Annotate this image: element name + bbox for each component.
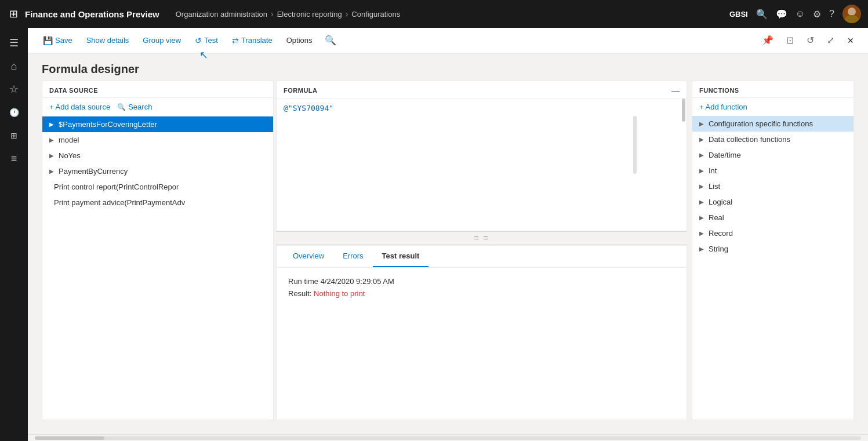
translate-label: Translate xyxy=(241,36,273,45)
ds-item-noyes[interactable]: ▶ NoYes xyxy=(42,148,273,163)
formula-collapse-button[interactable]: — xyxy=(671,86,680,95)
run-time-row: Run time 4/24/2020 9:29:05 AM xyxy=(288,277,675,286)
func-item-real[interactable]: ▶ Real xyxy=(692,210,854,225)
func-name-config: Configuration specific functions xyxy=(709,119,813,128)
formula-scrollbar[interactable] xyxy=(682,99,685,122)
formula-text: @"SYS70894" xyxy=(284,104,333,112)
sidebar-item-workspaces[interactable]: ⊞ xyxy=(3,125,24,146)
formula-header-label: FORMULA xyxy=(284,87,318,94)
breadcrumb-org[interactable]: Organization administration xyxy=(176,10,267,19)
run-time-label: Run time xyxy=(288,277,321,286)
func-chevron-data-collection: ▶ xyxy=(699,136,704,143)
func-item-string[interactable]: ▶ String xyxy=(692,241,854,257)
popout-button[interactable]: ⤢ xyxy=(822,32,839,48)
tab-test-result[interactable]: Test result xyxy=(373,246,429,267)
vertical-drag-handle[interactable] xyxy=(633,116,637,174)
func-item-datetime[interactable]: ▶ Date/time xyxy=(692,147,854,163)
save-button[interactable]: 💾 Save xyxy=(37,30,78,51)
func-item-logical[interactable]: ▶ Logical xyxy=(692,194,854,210)
sidebar-item-home[interactable]: ⌂ xyxy=(3,56,24,76)
toolbar: 💾 Save Show details Group view ↺ Test ↖ … xyxy=(28,28,868,53)
func-chevron-datetime: ▶ xyxy=(699,152,704,158)
ds-item-name-payments: $PaymentsForCoveringLetter xyxy=(59,120,157,129)
result-value: Nothing to print xyxy=(314,289,365,298)
data-source-list: ▶ $PaymentsForCoveringLetter ▶ model ▶ N… xyxy=(42,116,273,420)
test-button[interactable]: ↺ Test ↖ xyxy=(189,30,224,51)
scrollbar-track xyxy=(35,436,861,440)
show-details-button[interactable]: Show details xyxy=(81,30,135,51)
group-view-button[interactable]: Group view xyxy=(137,30,187,51)
breadcrumb: Organization administration › Electronic… xyxy=(176,9,725,19)
ds-item-name-print-payment: Print payment advice(PrintPaymentAdv xyxy=(54,198,185,207)
ds-item-name-currency: PaymentByCurrency xyxy=(59,167,128,176)
refresh-button[interactable]: ↺ xyxy=(802,32,819,48)
expand-button[interactable]: ⊡ xyxy=(782,32,798,48)
ds-chevron-payments: ▶ xyxy=(49,121,54,127)
close-button[interactable]: ✕ xyxy=(842,34,859,48)
content-area: DATA SOURCE + Add data source 🔍 Search ▶… xyxy=(28,81,868,434)
breadcrumb-config[interactable]: Configurations xyxy=(351,10,400,19)
breadcrumb-sep-1: › xyxy=(271,9,274,19)
page-title-bar: Formula designer xyxy=(28,53,868,81)
add-data-source-button[interactable]: + Add data source xyxy=(49,103,110,111)
add-function-button[interactable]: + Add function xyxy=(692,98,854,116)
func-chevron-list: ▶ xyxy=(699,183,704,189)
page-content: 💾 Save Show details Group view ↺ Test ↖ … xyxy=(28,28,868,441)
func-item-int[interactable]: ▶ Int xyxy=(692,163,854,178)
func-chevron-int: ▶ xyxy=(699,167,704,174)
pin-button[interactable]: 📌 xyxy=(757,32,778,48)
ds-item-name-noyes: NoYes xyxy=(59,151,81,160)
ds-item-payments[interactable]: ▶ $PaymentsForCoveringLetter xyxy=(42,116,273,132)
func-item-record[interactable]: ▶ Record xyxy=(692,225,854,241)
data-source-header: DATA SOURCE xyxy=(42,81,273,98)
ds-item-print-control[interactable]: Print control report(PrintControlRepor xyxy=(42,179,273,195)
result-tabs: Overview Errors Test result xyxy=(277,246,687,268)
formula-header: FORMULA — xyxy=(277,81,687,99)
functions-header: FUNCTIONS xyxy=(692,81,854,98)
settings-icon[interactable]: ⚙ xyxy=(813,9,821,20)
search-icon[interactable]: 🔍 xyxy=(756,9,768,20)
func-item-list[interactable]: ▶ List xyxy=(692,178,854,194)
data-source-panel: DATA SOURCE + Add data source 🔍 Search ▶… xyxy=(42,81,274,420)
formula-divider[interactable]: = = xyxy=(276,231,687,245)
functions-panel: FUNCTIONS + Add function ▶ Configuration… xyxy=(692,81,854,420)
waffle-icon[interactable]: ⊞ xyxy=(7,5,20,23)
options-button[interactable]: Options xyxy=(281,30,318,51)
avatar[interactable] xyxy=(842,5,861,23)
message-icon[interactable]: 💬 xyxy=(776,9,787,20)
drag-handle-icon: = = xyxy=(474,234,489,243)
sidebar-item-recent[interactable]: 🕐 xyxy=(3,102,24,123)
top-nav-actions: GBSI 🔍 💬 ☺ ⚙ ? xyxy=(729,5,861,23)
scrollbar-thumb[interactable] xyxy=(35,436,104,440)
tab-errors[interactable]: Errors xyxy=(333,246,372,267)
bottom-scrollbar[interactable] xyxy=(28,434,868,441)
func-chevron-string: ▶ xyxy=(699,246,704,252)
run-time-value: 4/24/2020 9:29:05 AM xyxy=(321,277,394,286)
tab-overview[interactable]: Overview xyxy=(284,246,333,267)
ds-item-payment-currency[interactable]: ▶ PaymentByCurrency xyxy=(42,163,273,179)
func-name-string: String xyxy=(709,245,728,253)
func-chevron-record: ▶ xyxy=(699,230,704,236)
ds-item-name-model: model xyxy=(59,136,79,144)
translate-button[interactable]: ⇄ Translate xyxy=(226,30,278,51)
ds-item-model[interactable]: ▶ model xyxy=(42,132,273,148)
breadcrumb-er[interactable]: Electronic reporting xyxy=(277,10,342,19)
search-ds-label: Search xyxy=(128,103,152,111)
panel-actions: + Add data source 🔍 Search xyxy=(42,98,273,116)
search-data-source-button[interactable]: 🔍 Search xyxy=(117,103,152,111)
svg-point-0 xyxy=(848,8,856,16)
smiley-icon[interactable]: ☺ xyxy=(796,9,805,19)
toolbar-search-icon[interactable]: 🔍 xyxy=(320,32,341,48)
sidebar-item-favorites[interactable]: ☆ xyxy=(3,79,24,100)
func-item-data-collection[interactable]: ▶ Data collection functions xyxy=(692,132,854,147)
sidebar-item-menu[interactable]: ☰ xyxy=(3,32,24,53)
help-icon[interactable]: ? xyxy=(829,9,834,19)
sidebar: ☰ ⌂ ☆ 🕐 ⊞ ≡ xyxy=(0,28,28,441)
func-name-real: Real xyxy=(709,213,724,222)
sidebar-item-modules[interactable]: ≡ xyxy=(3,148,24,169)
func-chevron-real: ▶ xyxy=(699,214,704,221)
ds-item-print-payment[interactable]: Print payment advice(PrintPaymentAdv xyxy=(42,195,273,210)
formula-content[interactable]: @"SYS70894" xyxy=(277,99,687,231)
func-item-config[interactable]: ▶ Configuration specific functions xyxy=(692,116,854,132)
ds-chevron-model: ▶ xyxy=(49,137,54,143)
